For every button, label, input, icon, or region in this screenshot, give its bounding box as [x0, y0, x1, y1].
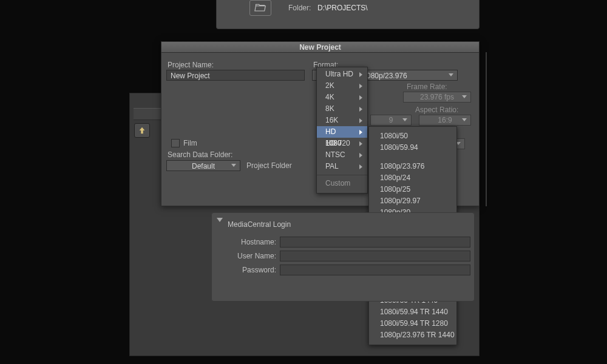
- bg-folder-panel: Folder: D:\PROJECTS\: [216, 0, 480, 29]
- bg-divider: [486, 52, 487, 206]
- search-data-folder-value: Default: [192, 162, 215, 170]
- chevron-down-icon: [402, 118, 407, 121]
- search-data-folder-dropdown[interactable]: Default: [166, 160, 240, 171]
- format-menu-item[interactable]: 4K: [317, 92, 367, 103]
- submenu-arrow-icon: [359, 164, 362, 169]
- submenu-arrow-icon: [359, 107, 362, 112]
- format-dropdown-value: 1080p/23.976: [362, 72, 407, 80]
- hd1080-submenu-item[interactable]: 1080i/59.94: [369, 142, 456, 153]
- hd1080-submenu-item[interactable]: 1080p/24: [369, 172, 456, 184]
- frame-rate-dropdown: 23.976 fps: [403, 92, 471, 103]
- aspect-ratio-label: Aspect Ratio:: [415, 106, 458, 114]
- mediacentral-login-title: MediaCentral Login: [228, 220, 291, 229]
- password-input[interactable]: [280, 265, 470, 275]
- format-menu-item[interactable]: HD 1080: [317, 126, 367, 138]
- aspect-ratio-dropdown: 16:9: [419, 115, 471, 126]
- submenu-arrow-icon: [359, 95, 362, 100]
- open-folder-icon[interactable]: [249, 0, 271, 16]
- hd1080-submenu-item[interactable]: 1080i/59.94 TR 1280: [369, 318, 456, 329]
- collapse-triangle-icon[interactable]: [217, 218, 223, 222]
- format-menu-item[interactable]: NTSC: [317, 149, 367, 161]
- aspect-short-value: 9: [389, 116, 393, 124]
- password-label: Password:: [229, 266, 276, 274]
- aspect-short-dropdown: 9: [370, 115, 412, 126]
- hostname-label: Hostname:: [229, 238, 276, 246]
- format-menu-item[interactable]: Ultra HD: [317, 69, 367, 80]
- hd1080-submenu-item[interactable]: 1080p/25: [369, 184, 456, 195]
- format-menu-item[interactable]: HD 720: [317, 138, 367, 149]
- mediacentral-login-panel: MediaCentral Login Hostname: User Name: …: [211, 212, 475, 302]
- chevron-down-icon: [462, 95, 467, 98]
- username-input[interactable]: [280, 251, 470, 261]
- film-checkbox[interactable]: [171, 139, 180, 147]
- folder-label: Folder:: [288, 4, 311, 12]
- format-menu-item[interactable]: 8K: [317, 103, 367, 115]
- hd1080-submenu-item[interactable]: 1080p/23.976: [369, 161, 456, 172]
- submenu-arrow-icon: [359, 118, 362, 123]
- chevron-down-icon: [449, 73, 453, 76]
- hd1080-submenu-item[interactable]: 1080p/29.97: [369, 195, 456, 207]
- hd1080-submenu-item[interactable]: 1080i/50: [369, 130, 456, 142]
- format-menu-item[interactable]: 2K: [317, 80, 367, 92]
- film-checkbox-label: Film: [183, 139, 197, 147]
- format-menu-item[interactable]: 16K: [317, 115, 367, 126]
- frame-rate-label: Frame Rate:: [407, 83, 447, 91]
- username-label: User Name:: [229, 252, 276, 260]
- hd1080-submenu-item[interactable]: 1080i/59.94 TR 1440: [369, 306, 456, 318]
- format-menu-item[interactable]: PAL: [317, 161, 367, 172]
- submenu-arrow-icon: [359, 84, 362, 89]
- submenu-arrow-icon: [359, 141, 362, 146]
- submenu-arrow-icon: [359, 130, 362, 135]
- dialog-title: New Project: [161, 42, 479, 53]
- chevron-down-icon: [462, 118, 467, 121]
- project-folder-label: Project Folder: [246, 161, 292, 170]
- format-menu-custom[interactable]: Custom: [317, 175, 367, 189]
- chevron-down-icon: [231, 164, 236, 167]
- project-name-input[interactable]: New Project: [166, 70, 305, 81]
- submenu-arrow-icon: [359, 72, 362, 77]
- folder-path: D:\PROJECTS\: [317, 4, 368, 12]
- format-menu: Ultra HD2K4K8K16KHD 1080HD 720NTSCPALCus…: [316, 67, 368, 194]
- hostname-input[interactable]: [280, 237, 470, 248]
- aspect-ratio-value: 16:9: [438, 116, 452, 124]
- hd1080-submenu-item[interactable]: 1080p/23.976 TR 1440: [369, 329, 456, 341]
- up-one-level-icon[interactable]: [134, 123, 150, 138]
- frame-rate-value: 23.976 fps: [420, 93, 454, 101]
- search-data-folder-label: Search Data Folder:: [168, 150, 232, 159]
- submenu-arrow-icon: [359, 153, 362, 158]
- project-name-label: Project Name:: [168, 61, 214, 69]
